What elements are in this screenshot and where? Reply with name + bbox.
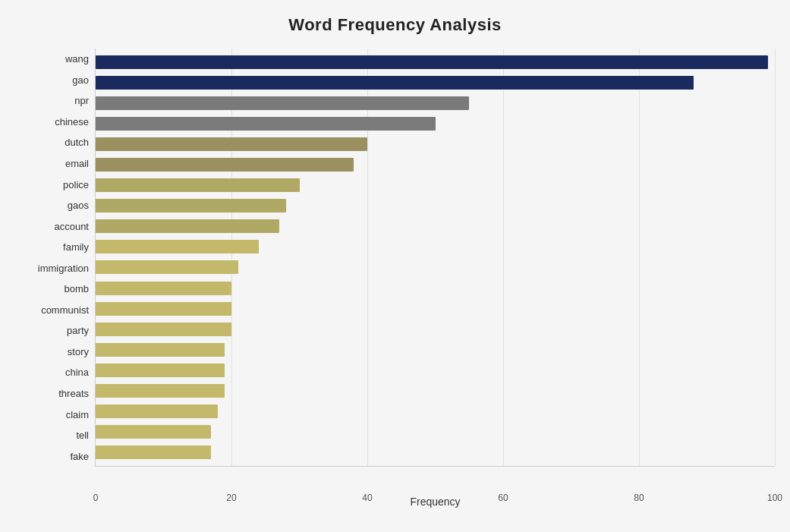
bar xyxy=(96,282,231,295)
y-label: immigration xyxy=(38,260,89,276)
bar xyxy=(96,323,231,336)
bar xyxy=(96,219,279,233)
bar-row xyxy=(96,156,775,173)
x-tick: 20 xyxy=(226,493,236,503)
y-label: china xyxy=(65,364,89,381)
bar xyxy=(96,445,211,459)
bar xyxy=(96,343,225,357)
bar-row xyxy=(96,362,775,379)
y-label: gaos xyxy=(68,197,89,214)
y-label: threats xyxy=(58,386,89,402)
x-tick: 0 xyxy=(93,493,99,503)
bar-row xyxy=(96,95,775,112)
y-label: account xyxy=(54,218,89,235)
x-tick: 60 xyxy=(498,493,508,503)
bar-row xyxy=(96,218,775,235)
bar-row xyxy=(96,342,775,358)
y-label: communist xyxy=(41,301,89,318)
y-label: npr xyxy=(74,93,89,109)
y-label: email xyxy=(65,156,89,172)
bar-row xyxy=(96,423,775,440)
y-label: chinese xyxy=(55,113,89,130)
x-tick: 100 xyxy=(767,493,782,503)
bar xyxy=(96,302,231,316)
x-tick: 80 xyxy=(634,493,644,503)
bar-row xyxy=(96,136,775,153)
bar xyxy=(96,76,694,90)
bar-row xyxy=(96,197,775,214)
bar xyxy=(96,384,225,398)
bar xyxy=(96,425,211,439)
y-axis: wanggaonprchinesedutchemailpolicegaosacc… xyxy=(15,49,95,467)
bar xyxy=(96,117,436,131)
x-axis-label: Frequency xyxy=(410,496,460,508)
bar-row xyxy=(96,321,775,338)
y-label: dutch xyxy=(65,134,89,151)
y-label: gao xyxy=(72,71,89,88)
bar-row xyxy=(96,382,775,399)
bar-row xyxy=(96,444,775,461)
bar xyxy=(96,55,768,69)
bar-row xyxy=(96,403,775,420)
bar xyxy=(96,96,469,110)
bar-row xyxy=(96,54,775,71)
chart-container: Word Frequency Analysis wanggaonprchines… xyxy=(0,0,790,532)
bar xyxy=(96,199,286,212)
y-label: tell xyxy=(76,427,89,444)
plot-area: 020406080100 Frequency xyxy=(95,49,775,467)
bars-container xyxy=(96,49,775,466)
chart-title: Word Frequency Analysis xyxy=(15,15,775,35)
bar-row xyxy=(96,115,775,132)
bar xyxy=(96,178,300,192)
y-label: claim xyxy=(66,406,89,423)
bar xyxy=(96,240,259,253)
y-label: fake xyxy=(70,448,89,464)
grid-line xyxy=(775,49,776,466)
y-label: police xyxy=(63,176,89,193)
y-label: story xyxy=(68,343,89,360)
chart-area: wanggaonprchinesedutchemailpolicegaosacc… xyxy=(15,49,775,467)
y-label: family xyxy=(63,239,89,256)
bar xyxy=(96,137,367,151)
bar xyxy=(96,260,238,274)
y-label: party xyxy=(67,323,89,339)
bar-row xyxy=(96,177,775,194)
bar xyxy=(96,364,225,377)
y-label: wang xyxy=(65,51,89,68)
y-label: bomb xyxy=(64,281,89,297)
bar-row xyxy=(96,259,775,275)
bar xyxy=(96,405,218,418)
bar-row xyxy=(96,238,775,255)
bar-row xyxy=(96,74,775,91)
bar xyxy=(96,158,354,172)
bar-row xyxy=(96,301,775,317)
x-tick: 40 xyxy=(362,493,372,503)
bar-row xyxy=(96,280,775,297)
